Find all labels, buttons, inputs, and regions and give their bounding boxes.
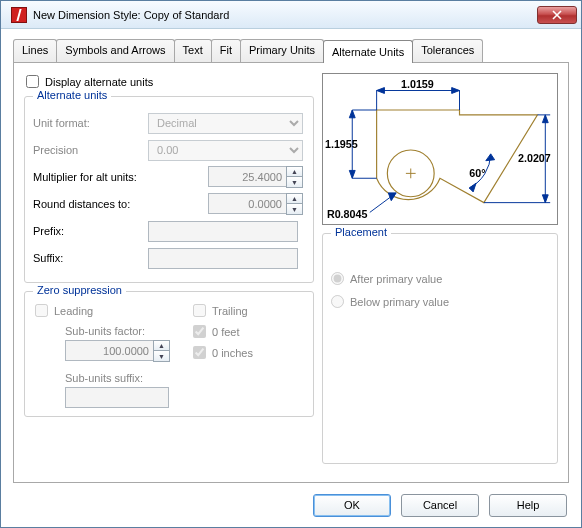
subunits-factor-label: Sub-units factor:	[65, 325, 191, 337]
precision-select[interactable]: 0.00	[148, 140, 303, 161]
left-column: Display alternate units Alternate units …	[24, 73, 314, 472]
close-icon	[552, 10, 562, 20]
unit-format-label: Unit format:	[33, 117, 148, 129]
suffix-label: Suffix:	[33, 252, 148, 264]
svg-marker-5	[452, 88, 460, 94]
tab-strip: Lines Symbols and Arrows Text Fit Primar…	[13, 39, 569, 62]
svg-text:R0.8045: R0.8045	[327, 208, 368, 220]
trailing-label: Trailing	[212, 305, 248, 317]
dialog-window: New Dimension Style: Copy of Standard Li…	[0, 0, 582, 528]
below-primary-row[interactable]: Below primary value	[331, 295, 549, 308]
multiplier-input[interactable]	[208, 166, 286, 187]
alternate-units-group: Alternate units Unit format: Decimal Pre…	[24, 96, 314, 283]
multiplier-spin-up[interactable]: ▲	[286, 166, 303, 177]
alternate-units-legend: Alternate units	[33, 89, 111, 101]
display-alternate-units-checkbox[interactable]	[26, 75, 39, 88]
zero-feet-label: 0 feet	[212, 326, 240, 338]
zero-inches-label: 0 inches	[212, 347, 253, 359]
subunits-factor-spinner[interactable]: ▲ ▼	[65, 340, 191, 362]
multiplier-spinner[interactable]: ▲ ▼	[208, 166, 303, 188]
round-spin-up[interactable]: ▲	[286, 193, 303, 204]
round-spin-down[interactable]: ▼	[286, 204, 303, 215]
tab-primary-units[interactable]: Primary Units	[240, 39, 324, 62]
help-button[interactable]: Help	[489, 494, 567, 517]
display-alternate-units-label: Display alternate units	[45, 76, 153, 88]
round-input[interactable]	[208, 193, 286, 214]
right-column: 1.0159 1.1955 2.0207 60° R0.8045 Placeme…	[322, 73, 558, 472]
tab-lines[interactable]: Lines	[13, 39, 57, 62]
tab-text[interactable]: Text	[174, 39, 212, 62]
subunits-suffix-label: Sub-units suffix:	[65, 372, 191, 384]
tab-tolerances[interactable]: Tolerances	[412, 39, 483, 62]
leading-row[interactable]: Leading	[35, 304, 191, 317]
tab-alternate-units[interactable]: Alternate Units	[323, 40, 413, 63]
trailing-checkbox[interactable]	[193, 304, 206, 317]
titlebar[interactable]: New Dimension Style: Copy of Standard	[1, 1, 581, 29]
prefix-label: Prefix:	[33, 225, 148, 237]
svg-marker-15	[542, 195, 548, 203]
subunits-factor-input[interactable]	[65, 340, 153, 361]
cancel-button[interactable]: Cancel	[401, 494, 479, 517]
preview-drawing-icon: 1.0159 1.1955 2.0207 60° R0.8045	[323, 74, 557, 224]
svg-marker-14	[542, 115, 548, 123]
svg-text:60°: 60°	[469, 167, 485, 179]
precision-label: Precision	[33, 144, 148, 156]
placement-group: Placement After primary value Below prim…	[322, 233, 558, 464]
subunits-suffix-input[interactable]	[65, 387, 169, 408]
zero-suppression-legend: Zero suppression	[33, 284, 126, 296]
close-button[interactable]	[537, 6, 577, 24]
placement-legend: Placement	[331, 226, 391, 238]
preview-pane: 1.0159 1.1955 2.0207 60° R0.8045	[322, 73, 558, 225]
svg-text:1.1955: 1.1955	[325, 138, 358, 150]
zero-inches-checkbox[interactable]	[193, 346, 206, 359]
svg-marker-4	[377, 88, 385, 94]
round-spinner[interactable]: ▲ ▼	[208, 193, 303, 215]
below-primary-label: Below primary value	[350, 296, 449, 308]
tab-body: Display alternate units Alternate units …	[13, 62, 569, 483]
zero-feet-checkbox[interactable]	[193, 325, 206, 338]
content-area: Lines Symbols and Arrows Text Fit Primar…	[1, 29, 581, 483]
multiplier-label: Multiplier for alt units:	[33, 171, 208, 183]
subfactor-spin-up[interactable]: ▲	[153, 340, 170, 351]
after-primary-radio[interactable]	[331, 272, 344, 285]
display-alternate-units-row[interactable]: Display alternate units	[26, 75, 314, 88]
leading-checkbox[interactable]	[35, 304, 48, 317]
round-label: Round distances to:	[33, 198, 208, 210]
dialog-footer: OK Cancel Help	[1, 483, 581, 527]
zero-feet-row[interactable]: 0 feet	[193, 325, 305, 338]
zero-inches-row[interactable]: 0 inches	[193, 346, 305, 359]
zero-suppression-group: Zero suppression Leading Sub-units facto…	[24, 291, 314, 417]
suffix-input[interactable]	[148, 248, 298, 269]
svg-marker-17	[486, 154, 495, 161]
app-icon	[11, 7, 27, 23]
leading-label: Leading	[54, 305, 93, 317]
svg-marker-10	[349, 170, 355, 178]
tab-symbols-arrows[interactable]: Symbols and Arrows	[56, 39, 174, 62]
trailing-row[interactable]: Trailing	[193, 304, 305, 317]
svg-marker-9	[349, 110, 355, 118]
below-primary-radio[interactable]	[331, 295, 344, 308]
ok-button[interactable]: OK	[313, 494, 391, 517]
subfactor-spin-down[interactable]: ▼	[153, 351, 170, 362]
tab-fit[interactable]: Fit	[211, 39, 241, 62]
window-title: New Dimension Style: Copy of Standard	[33, 9, 537, 21]
after-primary-label: After primary value	[350, 273, 442, 285]
after-primary-row[interactable]: After primary value	[331, 272, 549, 285]
svg-text:1.0159: 1.0159	[401, 78, 434, 90]
svg-marker-16	[469, 183, 476, 192]
svg-text:2.0207: 2.0207	[518, 152, 551, 164]
prefix-input[interactable]	[148, 221, 298, 242]
multiplier-spin-down[interactable]: ▼	[286, 177, 303, 188]
unit-format-select[interactable]: Decimal	[148, 113, 303, 134]
